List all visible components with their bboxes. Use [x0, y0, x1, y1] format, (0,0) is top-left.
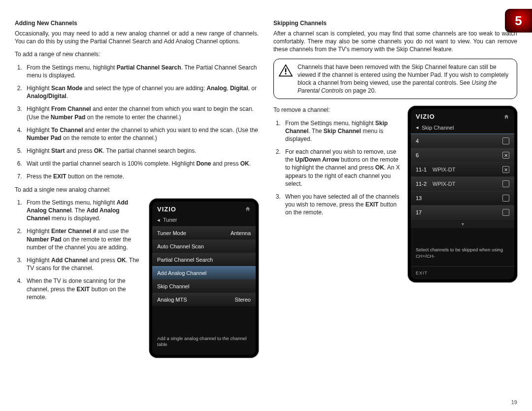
checkbox-checked-icon: ✕ [502, 166, 509, 173]
checkbox-empty-icon [502, 209, 509, 216]
checkbox-empty-icon [502, 137, 509, 144]
intro-para: Occasionally, you may need to add a new … [15, 30, 259, 45]
menu-row: Partial Channel Search [152, 253, 256, 266]
back-label: Skip Channel [422, 125, 454, 131]
skip-channel-screenshot: VIZIO ◂ Skip Channel 4 6✕ 11-1WPIX-DT✕ 1… [408, 106, 517, 282]
lead-remove: To remove a channel: [273, 106, 400, 114]
step: Wait until the partial channel search is… [24, 160, 259, 168]
menu-row: Analog MTSStereo [152, 293, 256, 306]
step: Highlight Start and press OK. The partia… [24, 147, 259, 155]
home-icon [245, 206, 251, 212]
exit-label: EXIT [411, 266, 514, 279]
steps-range: From the Settings menu, highlight Partia… [15, 64, 259, 181]
step: For each channel you wish to remove, use… [282, 148, 400, 188]
menu-row: Skip Channel [152, 279, 256, 293]
checkbox-empty-icon [502, 180, 509, 187]
page-content: Adding New Channels Occasionally, you ma… [0, 5, 532, 358]
step: Highlight To Channel and enter the chann… [24, 126, 259, 142]
step: Highlight Enter Channel # and use the Nu… [24, 227, 142, 251]
back-arrow-icon: ◂ [416, 124, 419, 131]
channel-row: 11-1WPIX-DT✕ [411, 162, 514, 176]
svg-rect-1 [285, 73, 287, 74]
lead-range: To add a range of new channels: [15, 50, 259, 58]
heading-adding: Adding New Channels [15, 20, 259, 27]
step: Highlight From Channel and enter the cha… [24, 105, 259, 121]
channel-row: 6✕ [411, 148, 514, 162]
menu-caption: Add a single analog channel to the chann… [152, 331, 256, 355]
step: When the TV is done scanning for the cha… [24, 277, 142, 301]
step: From the Settings menu, highlight Skip C… [282, 119, 400, 143]
menu-caption: Select channels to be skipped when using… [411, 242, 514, 266]
svg-rect-0 [285, 68, 287, 72]
steps-single: From the Settings menu, highlight Add An… [15, 199, 142, 301]
back-arrow-icon: ◂ [157, 217, 160, 223]
step: Highlight Add Channel and press OK. The … [24, 256, 142, 272]
menu-row-selected: Add Analog Channel [152, 266, 256, 279]
lead-single: To add a single new analog channel: [15, 186, 259, 194]
checkbox-empty-icon [502, 195, 509, 202]
brand-label: VIZIO [416, 113, 435, 120]
home-icon [503, 114, 509, 120]
step: Highlight Scan Mode and select the type … [24, 84, 259, 100]
chapter-tab: 5 [505, 9, 532, 33]
step: Press the EXIT button on the remote. [24, 172, 259, 180]
back-row: ◂ Skip Channel [411, 122, 514, 134]
scroll-down-icon: ▾ [411, 219, 514, 228]
channel-row: 13 [411, 191, 514, 205]
steps-remove: From the Settings menu, highlight Skip C… [273, 119, 400, 217]
heading-skipping: Skipping Channels [273, 20, 517, 27]
brand-label: VIZIO [157, 206, 176, 213]
right-column: Skipping Channels After a channel scan i… [273, 20, 517, 358]
warning-icon [279, 64, 293, 77]
left-column: Adding New Channels Occasionally, you ma… [15, 20, 259, 358]
intro-para: After a channel scan is completed, you m… [273, 30, 517, 54]
checkbox-checked-icon: ✕ [502, 152, 509, 159]
channel-row: 4 [411, 134, 514, 148]
menu-row: Auto Channel Scan [152, 240, 256, 253]
step: From the Settings menu, highlight Add An… [24, 199, 142, 223]
step: When you have selected all of the channe… [282, 193, 400, 217]
warning-box: Channels that have been removed with the… [273, 59, 517, 100]
warning-text: Channels that have been removed with the… [298, 63, 512, 95]
menu-row: Tuner ModeAntenna [152, 226, 256, 240]
channel-row: 11-2WPIX-DT [411, 176, 514, 191]
channel-row: 17 [411, 205, 514, 219]
tuner-menu-screenshot: VIZIO ◂ Tuner Tuner ModeAntenna Auto Cha… [149, 199, 259, 358]
page-number: 19 [511, 399, 517, 405]
back-label: Tuner [163, 217, 177, 223]
back-row: ◂ Tuner [152, 215, 256, 226]
step: From the Settings menu, highlight Partia… [24, 64, 259, 79]
